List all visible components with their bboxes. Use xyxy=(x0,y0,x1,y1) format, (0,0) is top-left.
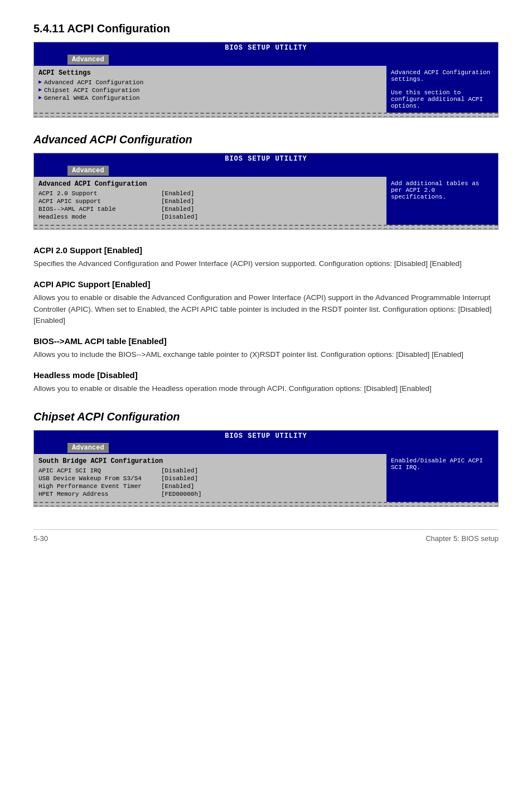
bios-left-label-1: ACPI Settings xyxy=(38,69,382,77)
bios-item-label-3: General WHEA Configuration xyxy=(44,95,140,102)
arrow-icon-1: ► xyxy=(38,79,42,85)
bios-tab-advanced-3[interactable]: Advanced xyxy=(67,443,109,453)
setting-name-hpet: High Performance Event Timer xyxy=(38,483,161,490)
footer-page-number: 5-30 xyxy=(33,534,48,543)
bios-left-label-3: South Bridge ACPI Configuration xyxy=(38,457,382,465)
page-footer: 5-30 Chapter 5: BIOS setup xyxy=(33,529,499,543)
bios-left-label-2: Advanced ACPI Configuration xyxy=(38,180,382,188)
bios-setting-row-4: Headless mode [Disabled] xyxy=(38,214,382,220)
bios-screenshot-3: BIOS SETUP UTILITY Advanced South Bridge… xyxy=(33,430,499,507)
setting-value-acpi20: [Enabled] xyxy=(161,190,194,197)
setting-value-apic: [Enabled] xyxy=(161,198,194,205)
bios-header-2: BIOS SETUP UTILITY xyxy=(34,153,498,165)
subsection-body-acpi20: Specifies the Advanced Configuration and… xyxy=(33,258,499,269)
setting-name-acpi20: ACPI 2.0 Support xyxy=(38,190,161,197)
bios-setting-row-3: BIOS-->AML ACPI table [Enabled] xyxy=(38,206,382,212)
bios-content-3: South Bridge ACPI Configuration APIC ACP… xyxy=(34,454,498,502)
bios-right-panel-2: Add additional tables as per ACPI 2.0 sp… xyxy=(386,177,498,225)
bios-setting-row-c4: HPET Memory Address [FED00000h] xyxy=(38,491,382,497)
bios-right-text-2: Add additional tables as per ACPI 2.0 sp… xyxy=(391,180,479,200)
setting-value-apic-sci: [Disabled] xyxy=(161,467,198,474)
bios-setting-row-c2: USB Device Wakeup From S3/S4 [Disabled] xyxy=(38,475,382,482)
bios-setting-row-1: ACPI 2.0 Support [Enabled] xyxy=(38,190,382,197)
bios-menu-item-2[interactable]: ► Chipset ACPI Configuration xyxy=(38,87,382,94)
bios-tab-advanced-1[interactable]: Advanced xyxy=(67,55,109,65)
setting-name-apic: ACPI APIC support xyxy=(38,198,161,205)
setting-name-usb-wakeup: USB Device Wakeup From S3/S4 xyxy=(38,475,161,482)
bios-content-2: Advanced ACPI Configuration ACPI 2.0 Sup… xyxy=(34,177,498,225)
bios-tab-row-2: Advanced xyxy=(34,165,498,177)
bios-footer-2 xyxy=(34,225,498,229)
bios-content-1: ACPI Settings ► Advanced ACPI Configurat… xyxy=(34,66,498,113)
bios-footer-3 xyxy=(34,502,498,506)
bios-right-panel-3: Enabled/Disable APIC ACPI SCI IRQ. xyxy=(386,454,498,502)
bios-screenshot-1: BIOS SETUP UTILITY Advanced ACPI Setting… xyxy=(33,42,499,118)
section-title-5411: 5.4.11 ACPI Configuration xyxy=(33,22,499,35)
subsection-body-headless: Allows you to enable or disable the Head… xyxy=(33,383,499,394)
bios-right-panel-1: Advanced ACPI Configuration settings.Use… xyxy=(386,66,498,113)
setting-value-hpet-addr: [FED00000h] xyxy=(161,491,202,497)
bios-tab-row-1: Advanced xyxy=(34,54,498,66)
subsection-title-headless: Headless mode [Disabled] xyxy=(33,370,499,380)
subsection-acpi20: ACPI 2.0 Support [Enabled] Specifies the… xyxy=(33,245,499,269)
subsection-body-bios-aml: Allows you to include the BIOS-->AML exc… xyxy=(33,349,499,360)
bios-setting-row-c1: APIC ACPI SCI IRQ [Disabled] xyxy=(38,467,382,474)
bios-screenshot-2: BIOS SETUP UTILITY Advanced Advanced ACP… xyxy=(33,153,499,230)
bios-tab-row-3: Advanced xyxy=(34,442,498,454)
setting-name-headless: Headless mode xyxy=(38,214,161,220)
bios-item-label-2: Chipset ACPI Configuration xyxy=(44,87,140,94)
setting-value-hpet: [Enabled] xyxy=(161,483,194,490)
setting-name-apic-sci: APIC ACPI SCI IRQ xyxy=(38,467,161,474)
section-chipset-acpi: Chipset ACPI Configuration BIOS SETUP UT… xyxy=(33,410,499,507)
arrow-icon-2: ► xyxy=(38,87,42,93)
section-5411: 5.4.11 ACPI Configuration BIOS SETUP UTI… xyxy=(33,22,499,118)
subsection-title-bios-aml: BIOS-->AML ACPI table [Enabled] xyxy=(33,336,499,346)
section-advanced-acpi: Advanced ACPI Configuration BIOS SETUP U… xyxy=(33,133,499,395)
bios-left-panel-2: Advanced ACPI Configuration ACPI 2.0 Sup… xyxy=(34,177,386,225)
bios-right-text-3: Enabled/Disable APIC ACPI SCI IRQ. xyxy=(391,457,483,471)
bios-right-text-1: Advanced ACPI Configuration settings.Use… xyxy=(391,69,490,109)
bios-item-label-1: Advanced ACPI Configuration xyxy=(44,79,143,86)
setting-name-bios-aml: BIOS-->AML ACPI table xyxy=(38,206,161,212)
section-title-advanced-acpi: Advanced ACPI Configuration xyxy=(33,133,499,146)
footer-chapter: Chapter 5: BIOS setup xyxy=(425,534,499,543)
subsection-bios-aml: BIOS-->AML ACPI table [Enabled] Allows y… xyxy=(33,336,499,360)
bios-setting-row-2: ACPI APIC support [Enabled] xyxy=(38,198,382,205)
subsection-title-acpi-apic: ACPI APIC Support [Enabled] xyxy=(33,279,499,289)
setting-value-usb-wakeup: [Disabled] xyxy=(161,475,198,482)
setting-name-hpet-addr: HPET Memory Address xyxy=(38,491,161,497)
subsection-headless: Headless mode [Disabled] Allows you to e… xyxy=(33,370,499,394)
bios-tab-advanced-2[interactable]: Advanced xyxy=(67,166,109,176)
subsection-acpi-apic: ACPI APIC Support [Enabled] Allows you t… xyxy=(33,279,499,326)
section-title-chipset-acpi: Chipset ACPI Configuration xyxy=(33,410,499,423)
setting-value-bios-aml: [Enabled] xyxy=(161,206,194,212)
subsection-title-acpi20: ACPI 2.0 Support [Enabled] xyxy=(33,245,499,255)
bios-menu-item-3[interactable]: ► General WHEA Configuration xyxy=(38,95,382,102)
bios-footer-1 xyxy=(34,113,498,117)
subsection-body-acpi-apic: Allows you to enable or disable the Adva… xyxy=(33,292,499,326)
bios-left-panel-3: South Bridge ACPI Configuration APIC ACP… xyxy=(34,454,386,502)
setting-value-headless: [Disabled] xyxy=(161,214,198,220)
bios-setting-row-c3: High Performance Event Timer [Enabled] xyxy=(38,483,382,490)
bios-header-3: BIOS SETUP UTILITY xyxy=(34,431,498,442)
arrow-icon-3: ► xyxy=(38,95,42,101)
bios-left-panel-1: ACPI Settings ► Advanced ACPI Configurat… xyxy=(34,66,386,113)
bios-menu-item-1[interactable]: ► Advanced ACPI Configuration xyxy=(38,79,382,86)
bios-header-1: BIOS SETUP UTILITY xyxy=(34,42,498,54)
